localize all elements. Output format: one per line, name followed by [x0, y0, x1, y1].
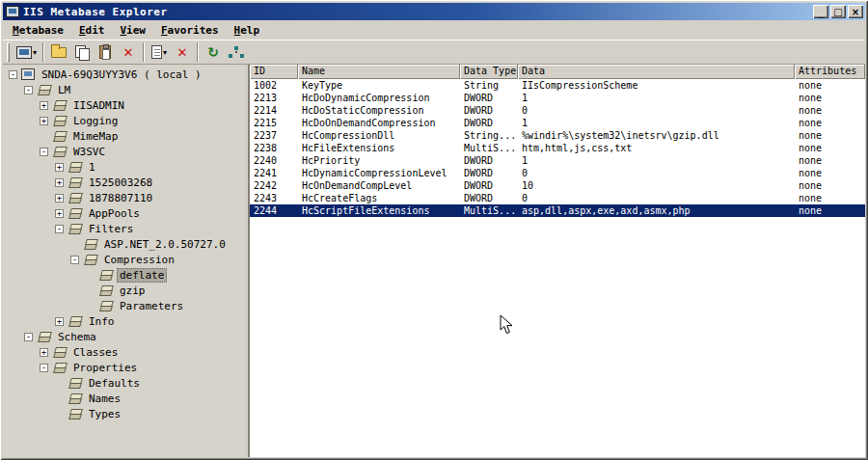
tree-item-deflate[interactable]: deflate: [3, 267, 244, 283]
tree-item-label: Schema: [55, 330, 99, 344]
key-icon: [37, 331, 51, 342]
menu-item-edit[interactable]: Edit: [71, 22, 113, 39]
tree-item-classes[interactable]: +Classes: [3, 344, 244, 360]
cell-type: String...: [460, 129, 518, 142]
cell-attributes: none: [795, 192, 865, 204]
menu-item-metabase[interactable]: Metabase: [5, 22, 71, 39]
connect-button[interactable]: ▾: [14, 41, 40, 64]
tree-item-label: Logging: [70, 114, 121, 128]
table-row[interactable]: 1002KeyTypeStringIIsCompressionSchemenon…: [250, 79, 865, 92]
minimize-button[interactable]: _: [813, 5, 828, 18]
collapse-minus-icon[interactable]: -: [40, 364, 48, 372]
collapse-minus-icon[interactable]: -: [40, 148, 48, 156]
table-row[interactable]: 2243HcCreateFlagsDWORD0none: [250, 192, 865, 204]
copy-button[interactable]: [70, 41, 94, 64]
expand-plus-icon[interactable]: +: [40, 117, 48, 125]
key-icon: [68, 377, 82, 389]
menu-item-favorites[interactable]: Favorites: [153, 22, 227, 39]
app-icon: [6, 6, 19, 17]
tree-item-lm[interactable]: -LM: [3, 82, 244, 97]
tree-item-iisadmin[interactable]: +IISADMIN: [3, 97, 244, 113]
window-title: IIS Metabase Explorer: [23, 6, 168, 18]
close-button[interactable]: ×: [848, 5, 863, 18]
new-record-button[interactable]: ▾: [148, 41, 171, 64]
tree-item-label: ASP.NET_2.0.50727.0: [101, 237, 229, 252]
collapse-minus-icon[interactable]: -: [70, 256, 79, 264]
cell-data: 0: [518, 104, 795, 117]
paste-button[interactable]: [94, 41, 117, 64]
tree-item-schema[interactable]: -Schema: [3, 329, 244, 344]
tree-item-info[interactable]: +Info: [3, 313, 244, 329]
collapse-minus-icon[interactable]: -: [24, 86, 33, 95]
expand-plus-icon[interactable]: +: [55, 178, 64, 187]
tree-item-label: Parameters: [117, 299, 186, 313]
tree-item-w3svc[interactable]: -W3SVC: [3, 144, 244, 159]
tree-item-defaults[interactable]: Defaults: [3, 375, 244, 391]
table-row[interactable]: 2244HcScriptFileExtensionsMultiS...asp,d…: [250, 204, 865, 217]
tree-item-compression[interactable]: -Compression: [3, 252, 244, 267]
table-row[interactable]: 2213HcDoDynamicCompressionDWORD1none: [250, 92, 865, 104]
expand-plus-icon[interactable]: +: [40, 348, 48, 357]
tree-item-apppools[interactable]: +AppPools: [3, 205, 244, 221]
toolbar-separator: [143, 42, 145, 62]
expand-plus-icon[interactable]: +: [55, 317, 64, 326]
tree-item-1878807110[interactable]: +1878807110: [3, 190, 244, 205]
table-row[interactable]: 2214HcDoStaticCompressionDWORD0none: [250, 104, 865, 117]
tree-item-mimemap[interactable]: MimeMap: [3, 128, 244, 144]
network-button[interactable]: [225, 41, 248, 64]
menu-item-help[interactable]: Help: [227, 22, 268, 39]
cell-name: HcCreateFlags: [298, 192, 460, 204]
cell-type: MultiS...: [460, 204, 518, 217]
tree-item-1[interactable]: +1: [3, 159, 244, 175]
column-header-attributes[interactable]: Attributes: [795, 65, 865, 79]
delete-button[interactable]: ✕: [117, 41, 140, 64]
expand-plus-icon[interactable]: +: [55, 163, 64, 172]
table-row[interactable]: 2238HcFileExtensionsMultiS...htm,html,js…: [250, 142, 865, 154]
table-row[interactable]: 2240HcPriorityDWORD1none: [250, 154, 865, 167]
column-header-name[interactable]: Name: [298, 65, 460, 79]
cell-name: HcDoStaticCompression: [298, 104, 460, 117]
column-header-id[interactable]: ID: [250, 65, 298, 79]
table-row[interactable]: 2237HcCompressionDllString...%windir%\sy…: [250, 129, 865, 142]
column-header-data-type[interactable]: Data Type: [460, 65, 518, 79]
tree-item-label: AppPools: [86, 206, 143, 221]
key-icon: [68, 223, 82, 234]
refresh-button[interactable]: ↻: [202, 41, 225, 64]
tree-item-gzip[interactable]: gzip: [3, 283, 244, 298]
cell-name: HcPriority: [298, 154, 460, 167]
cell-data: 1: [518, 154, 795, 167]
tree-item-logging[interactable]: +Logging: [3, 113, 244, 128]
cell-attributes: none: [795, 142, 865, 154]
expand-plus-icon[interactable]: +: [40, 101, 48, 110]
collapse-minus-icon[interactable]: -: [55, 225, 64, 233]
key-icon: [68, 408, 82, 419]
tree-item-parameters[interactable]: Parameters: [3, 298, 244, 313]
dropdown-arrow-icon[interactable]: ▾: [33, 48, 37, 57]
table-row[interactable]: 2215HcDoOnDemandCompressionDWORD1none: [250, 117, 865, 129]
column-header-data[interactable]: Data: [518, 65, 795, 79]
table-header: IDNameData TypeDataAttributes: [250, 65, 865, 79]
cell-id: 2213: [250, 92, 298, 104]
dropdown-arrow-icon[interactable]: ▾: [163, 48, 167, 57]
expand-plus-icon[interactable]: +: [55, 194, 64, 203]
cell-id: 2241: [250, 167, 298, 179]
tree-item-snda-69q3uyy3v6-local[interactable]: -SNDA-69Q3UYY3V6 ( local ): [3, 67, 244, 82]
tree-item-types[interactable]: Types: [3, 406, 244, 421]
collapse-minus-icon[interactable]: -: [9, 70, 17, 79]
toolbar-grip[interactable]: [7, 42, 10, 62]
tree-item-asp-net-2-0-50727-0[interactable]: ASP.NET_2.0.50727.0: [3, 236, 244, 252]
menu-item-view[interactable]: View: [112, 22, 153, 39]
cell-attributes: none: [795, 129, 865, 142]
collapse-minus-icon[interactable]: -: [24, 333, 33, 341]
cell-name: HcDynamicCompressionLevel: [298, 167, 460, 179]
open-button[interactable]: [47, 41, 70, 64]
maximize-button[interactable]: □: [830, 5, 846, 18]
tree-item-filters[interactable]: -Filters: [3, 221, 244, 236]
tree-item-properties[interactable]: -Properties: [3, 360, 244, 375]
delete-record-button[interactable]: ✕: [171, 41, 194, 64]
table-row[interactable]: 2241HcDynamicCompressionLevelDWORD0none: [250, 167, 865, 179]
expand-plus-icon[interactable]: +: [55, 209, 64, 218]
tree-item-names[interactable]: Names: [3, 391, 244, 406]
table-row[interactable]: 2242HcOnDemandCompLevelDWORD10none: [250, 179, 865, 192]
tree-item-1525003268[interactable]: +1525003268: [3, 175, 244, 190]
